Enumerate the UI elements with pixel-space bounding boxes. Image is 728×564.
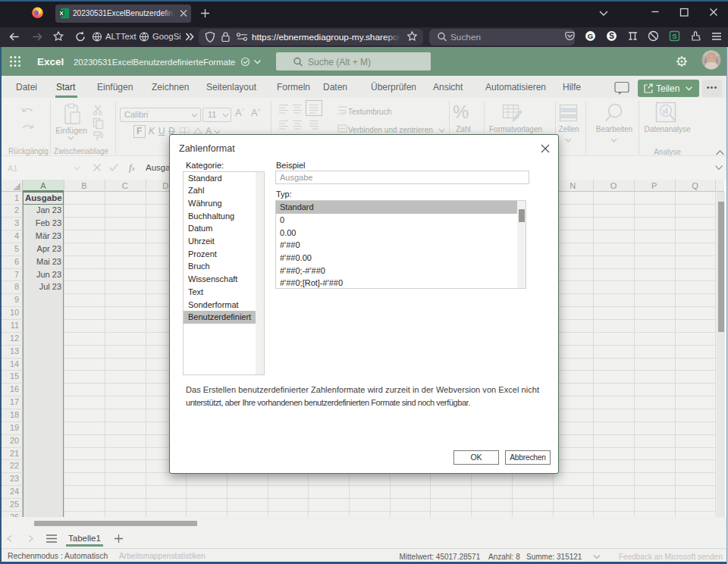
svg-text:G: G <box>588 32 593 40</box>
svg-text:S: S <box>609 32 614 40</box>
svg-text:S: S <box>672 32 676 40</box>
